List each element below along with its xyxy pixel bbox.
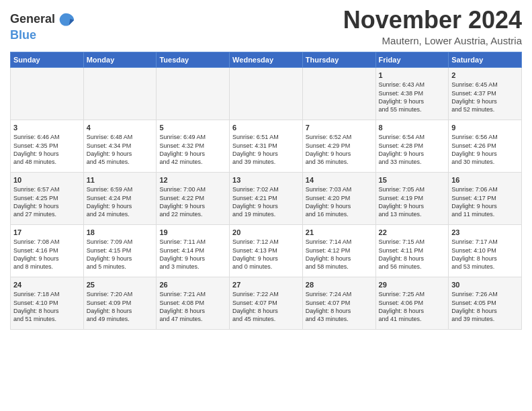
month-title: November 2024 [343,7,522,34]
day-number: 11 [87,175,154,185]
cell-content: and 55 minutes. [379,105,446,113]
cell-content: Sunset: 4:28 PM [379,142,446,150]
calendar-cell: 18Sunrise: 7:09 AMSunset: 4:15 PMDayligh… [83,224,157,277]
calendar-cell: 10Sunrise: 6:57 AMSunset: 4:25 PMDayligh… [11,172,84,224]
calendar-cell [11,67,84,120]
day-number: 18 [87,228,154,238]
cell-content: Sunset: 4:06 PM [379,299,446,307]
cell-content: Sunrise: 7:08 AM [13,238,81,246]
cell-content: Daylight: 9 hours [232,202,300,210]
cell-content: Sunset: 4:37 PM [451,89,519,97]
cell-content: Sunrise: 7:06 AM [451,185,519,193]
cell-content: and 43 minutes. [306,315,373,323]
calendar-cell: 25Sunrise: 7:20 AMSunset: 4:09 PMDayligh… [83,277,157,329]
cell-content: Daylight: 9 hours [451,202,519,210]
cell-content: and 45 minutes. [87,158,154,166]
cell-content: and 51 minutes. [13,315,81,323]
cell-content: and 48 minutes. [13,158,81,166]
cell-content: Sunset: 4:07 PM [306,299,373,307]
cell-content: and 56 minutes. [379,263,446,271]
calendar-cell: 26Sunrise: 7:21 AMSunset: 4:08 PMDayligh… [157,277,230,329]
cell-content: Sunset: 4:05 PM [451,299,519,307]
calendar-cell: 2Sunrise: 6:45 AMSunset: 4:37 PMDaylight… [449,67,522,120]
cell-content: Sunrise: 6:54 AM [379,133,446,141]
day-number: 25 [87,280,154,290]
day-number: 20 [232,228,300,238]
day-number: 12 [159,175,226,185]
cell-content: Sunrise: 7:24 AM [306,290,373,298]
calendar-table: SundayMondayTuesdayWednesdayThursdayFrid… [10,52,522,330]
calendar-cell: 24Sunrise: 7:18 AMSunset: 4:10 PMDayligh… [11,277,84,329]
day-number: 16 [451,175,519,185]
cell-content: Daylight: 9 hours [232,255,300,263]
calendar-cell [157,67,230,120]
cell-content: Sunrise: 7:26 AM [451,290,519,298]
cell-content: Daylight: 8 hours [87,307,154,315]
cell-content: and 53 minutes. [451,263,519,271]
title-section: November 2024 Mautern, Lower Austria, Au… [343,7,522,46]
calendar-cell: 15Sunrise: 7:05 AMSunset: 4:19 PMDayligh… [375,172,449,224]
cell-content: and 0 minutes. [232,263,300,271]
calendar-header-row: SundayMondayTuesdayWednesdayThursdayFrid… [11,52,522,67]
cell-content: and 11 minutes. [451,210,519,218]
cell-content: Sunrise: 6:45 AM [451,81,519,89]
cell-content: and 24 minutes. [87,210,154,218]
cell-content: Sunrise: 6:52 AM [306,133,373,141]
calendar-cell: 5Sunrise: 6:49 AMSunset: 4:32 PMDaylight… [157,120,230,172]
day-number: 21 [306,228,373,238]
cell-content: Sunrise: 7:15 AM [379,238,446,246]
cell-content: Sunset: 4:35 PM [13,142,81,150]
cell-content: Sunrise: 7:21 AM [159,290,226,298]
cell-content: Sunrise: 7:18 AM [13,290,81,298]
cell-content: Sunrise: 6:46 AM [13,133,81,141]
cell-content: Sunrise: 7:14 AM [306,238,373,246]
header: General Blue November 2024 Mautern, Lowe… [10,7,522,46]
weekday-header: Thursday [302,52,375,67]
cell-content: Sunset: 4:14 PM [159,246,226,255]
cell-content: Daylight: 8 hours [159,307,226,315]
calendar-cell: 19Sunrise: 7:11 AMSunset: 4:14 PMDayligh… [157,224,230,277]
day-number: 19 [159,228,226,238]
cell-content: Sunrise: 6:43 AM [379,81,446,89]
weekday-header: Friday [375,52,449,67]
day-number: 2 [451,71,519,81]
cell-content: Sunset: 4:31 PM [232,142,300,150]
weekday-header: Wednesday [230,52,303,67]
day-number: 7 [306,123,373,133]
cell-content: Sunset: 4:15 PM [87,246,154,255]
cell-content: Sunset: 4:26 PM [451,142,519,150]
day-number: 4 [87,123,154,133]
cell-content: Sunrise: 7:02 AM [232,185,300,193]
calendar-cell: 28Sunrise: 7:24 AMSunset: 4:07 PMDayligh… [302,277,375,329]
cell-content: Daylight: 8 hours [13,307,81,315]
cell-content: Sunrise: 6:48 AM [87,133,154,141]
cell-content: Daylight: 9 hours [87,202,154,210]
cell-content: Daylight: 8 hours [306,255,373,263]
day-number: 28 [306,280,373,290]
day-number: 22 [379,228,446,238]
page-container: General Blue November 2024 Mautern, Lowe… [0,0,532,333]
cell-content: Daylight: 8 hours [379,307,446,315]
cell-content: and 41 minutes. [379,315,446,323]
calendar-week-row: 1Sunrise: 6:43 AMSunset: 4:38 PMDaylight… [11,67,522,120]
cell-content: Sunset: 4:07 PM [232,299,300,307]
cell-content: Sunset: 4:11 PM [379,246,446,255]
calendar-cell: 14Sunrise: 7:03 AMSunset: 4:20 PMDayligh… [302,172,375,224]
cell-content: and 30 minutes. [451,158,519,166]
calendar-cell: 30Sunrise: 7:26 AMSunset: 4:05 PMDayligh… [449,277,522,329]
cell-content: Sunrise: 6:49 AM [159,133,226,141]
calendar-week-row: 17Sunrise: 7:08 AMSunset: 4:16 PMDayligh… [11,224,522,277]
cell-content: Sunrise: 7:05 AM [379,185,446,193]
cell-content: and 58 minutes. [306,263,373,271]
cell-content: Sunset: 4:38 PM [379,89,446,97]
logo-blue: Blue [10,29,75,42]
cell-content: Daylight: 9 hours [159,202,226,210]
calendar-week-row: 24Sunrise: 7:18 AMSunset: 4:10 PMDayligh… [11,277,522,329]
cell-content: and 5 minutes. [87,263,154,271]
day-number: 9 [451,123,519,133]
cell-content: and 33 minutes. [379,158,446,166]
cell-content: Sunrise: 7:25 AM [379,290,446,298]
day-number: 27 [232,280,300,290]
cell-content: Daylight: 8 hours [451,307,519,315]
cell-content: and 45 minutes. [232,315,300,323]
